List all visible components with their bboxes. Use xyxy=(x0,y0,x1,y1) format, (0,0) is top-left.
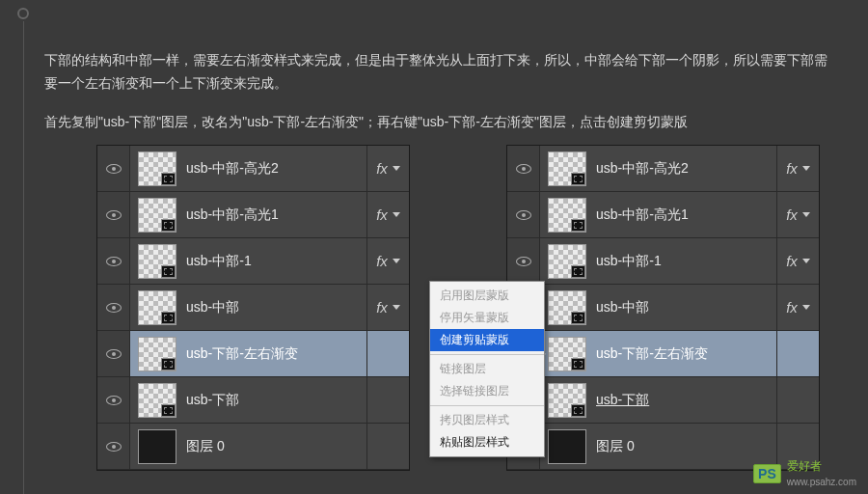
layer-thumbnail[interactable] xyxy=(138,337,176,371)
menu-item: 启用图层蒙版 xyxy=(430,285,544,307)
layer-row[interactable]: usb-中部-1fx xyxy=(97,238,409,285)
layer-row[interactable]: usb-下部 xyxy=(97,377,409,424)
fx-indicator[interactable] xyxy=(776,377,819,423)
eye-icon xyxy=(106,396,122,405)
layer-thumbnail[interactable] xyxy=(548,337,586,371)
vector-mask-icon xyxy=(571,173,585,185)
layer-row[interactable]: 图层 0 xyxy=(97,424,409,470)
fx-indicator[interactable]: fx xyxy=(366,285,409,330)
chevron-down-icon xyxy=(802,212,810,217)
layer-name[interactable]: usb-下部-左右渐变 xyxy=(590,345,776,363)
thumbnail-column xyxy=(540,331,590,376)
fx-indicator[interactable]: fx xyxy=(366,238,409,284)
thumbnail-column xyxy=(130,331,180,376)
layer-thumbnail[interactable] xyxy=(138,383,176,418)
eye-icon xyxy=(106,349,122,359)
eye-icon xyxy=(106,442,122,452)
visibility-toggle[interactable] xyxy=(97,331,130,376)
visibility-toggle[interactable] xyxy=(507,238,540,284)
thumbnail-column xyxy=(540,192,590,237)
menu-item: 链接图层 xyxy=(430,358,544,380)
fx-label: fx xyxy=(376,299,388,316)
visibility-toggle[interactable] xyxy=(97,377,130,423)
layer-thumbnail[interactable] xyxy=(138,151,176,186)
visibility-toggle[interactable] xyxy=(97,285,130,330)
layer-name[interactable]: usb-中部-高光2 xyxy=(180,160,366,178)
layer-row[interactable]: usb-中部-高光2fx xyxy=(507,146,819,192)
layer-row[interactable]: usb-中部-高光2fx xyxy=(97,146,409,192)
layer-thumbnail[interactable] xyxy=(548,429,586,464)
layer-thumbnail[interactable] xyxy=(548,244,586,279)
layer-row[interactable]: usb-下部 xyxy=(507,377,819,424)
thumbnail-column xyxy=(540,238,590,284)
layers-panel-right: usb-中部-高光2fxusb-中部-高光1fxusb-中部-1fxusb-中部… xyxy=(506,145,820,471)
layer-row[interactable]: usb-中部-1fx xyxy=(507,238,819,285)
layer-row[interactable]: usb-中部fx xyxy=(507,285,819,331)
layer-row[interactable]: usb-下部-左右渐变 xyxy=(97,331,409,377)
fx-indicator[interactable] xyxy=(366,377,409,423)
eye-icon xyxy=(516,164,531,174)
chevron-down-icon xyxy=(393,166,400,171)
layer-name[interactable]: usb-中部-高光2 xyxy=(590,160,776,178)
fx-indicator[interactable] xyxy=(776,331,819,376)
menu-item[interactable]: 创建剪贴蒙版 xyxy=(430,329,544,351)
layer-name[interactable]: 图层 0 xyxy=(590,438,776,455)
layer-name[interactable]: usb-中部-高光1 xyxy=(180,206,366,224)
layer-thumbnail[interactable] xyxy=(138,429,176,464)
layer-thumbnail[interactable] xyxy=(548,290,586,325)
visibility-toggle[interactable] xyxy=(507,192,540,237)
eye-icon xyxy=(516,210,531,220)
visibility-toggle[interactable] xyxy=(97,424,130,469)
layer-thumbnail[interactable] xyxy=(138,290,176,325)
layer-thumbnail[interactable] xyxy=(548,151,586,186)
layer-name[interactable]: 图层 0 xyxy=(180,438,366,455)
fx-label: fx xyxy=(376,253,388,269)
layer-name[interactable]: usb-中部-1 xyxy=(590,253,776,270)
fx-label: fx xyxy=(376,160,388,177)
layers-panel-left: usb-中部-高光2fxusb-中部-高光1fxusb-中部-1fxusb-中部… xyxy=(96,145,410,471)
fx-indicator[interactable] xyxy=(366,331,409,376)
fx-indicator[interactable]: fx xyxy=(776,285,819,330)
eye-icon xyxy=(106,257,122,266)
chevron-down-icon xyxy=(393,259,400,263)
fx-indicator[interactable]: fx xyxy=(366,146,409,191)
layer-thumbnail[interactable] xyxy=(548,383,586,418)
thumbnail-column xyxy=(130,377,180,423)
layer-name[interactable]: usb-下部 xyxy=(590,392,776,409)
eye-icon xyxy=(106,303,122,313)
thumbnail-column xyxy=(540,377,590,423)
layer-thumbnail[interactable] xyxy=(138,244,176,279)
watermark: PS 爱好者 www.psahz.com xyxy=(753,458,856,488)
layer-row[interactable]: usb-中部fx xyxy=(97,285,409,331)
layer-name[interactable]: usb-中部 xyxy=(590,299,776,316)
intro-paragraph-2: 首先复制"usb-下部"图层，改名为"usb-下部-左右渐变"；再右键"usb-… xyxy=(44,110,835,133)
fx-indicator[interactable] xyxy=(366,424,409,469)
visibility-toggle[interactable] xyxy=(97,238,130,284)
layer-row[interactable]: usb-下部-左右渐变 xyxy=(507,331,819,377)
layer-row[interactable]: usb-中部-高光1fx xyxy=(97,192,409,238)
fx-indicator[interactable]: fx xyxy=(776,192,819,237)
visibility-toggle[interactable] xyxy=(507,146,540,191)
context-menu[interactable]: 启用图层蒙版停用矢量蒙版创建剪贴蒙版链接图层选择链接图层拷贝图层样式粘贴图层样式 xyxy=(429,281,545,457)
vector-mask-icon xyxy=(571,219,585,232)
watermark-logo: PS xyxy=(753,464,781,483)
fx-indicator[interactable]: fx xyxy=(776,146,819,191)
fx-label: fx xyxy=(786,253,798,269)
menu-item: 选择链接图层 xyxy=(430,380,544,402)
visibility-toggle[interactable] xyxy=(97,192,130,237)
layer-thumbnail[interactable] xyxy=(138,198,176,233)
fx-indicator[interactable]: fx xyxy=(366,192,409,237)
layer-name[interactable]: usb-中部-高光1 xyxy=(590,206,776,224)
layer-row[interactable]: usb-中部-高光1fx xyxy=(507,192,819,238)
watermark-url: www.psahz.com xyxy=(787,477,856,487)
menu-item[interactable]: 粘贴图层样式 xyxy=(430,431,544,453)
watermark-text: 爱好者 www.psahz.com xyxy=(787,458,856,488)
layer-name[interactable]: usb-下部-左右渐变 xyxy=(180,345,366,363)
layer-thumbnail[interactable] xyxy=(548,198,586,233)
visibility-toggle[interactable] xyxy=(97,146,130,191)
layer-name[interactable]: usb-中部-1 xyxy=(180,253,366,270)
layer-name[interactable]: usb-中部 xyxy=(180,299,366,316)
fx-indicator[interactable]: fx xyxy=(776,238,819,284)
thumbnail-column xyxy=(130,146,180,191)
layer-name[interactable]: usb-下部 xyxy=(180,392,366,409)
